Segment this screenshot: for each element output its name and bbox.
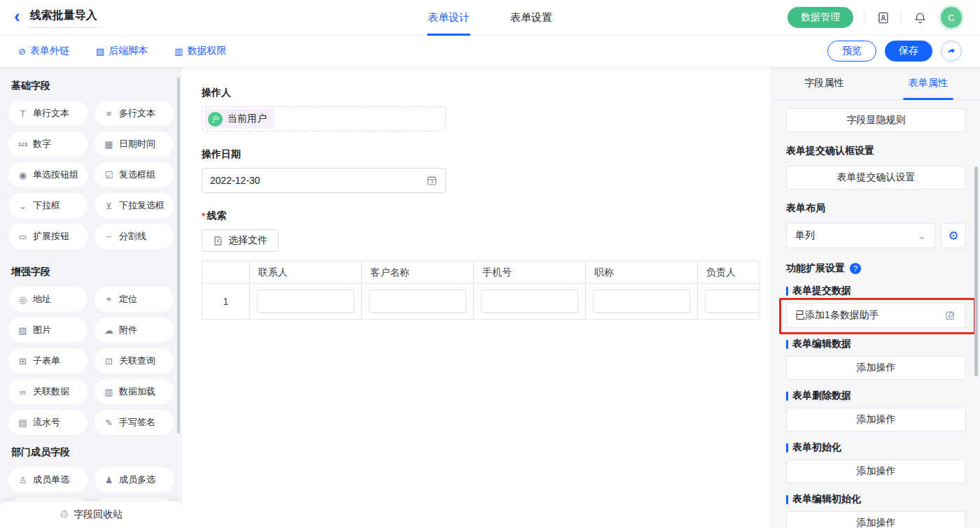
field-pill-related-data[interactable]: ∞关联数据: [8, 379, 88, 404]
select-file-button[interactable]: 选择文件: [202, 229, 279, 252]
pill-label: 下拉复选框: [119, 199, 164, 212]
panel-scrollbar[interactable]: [974, 166, 978, 376]
calendar-icon: [426, 175, 438, 186]
locate-icon: ⌖: [104, 294, 114, 305]
basic-fields-grid: T单行文本 ≡多行文本 123数字 ▦日期时间 ◉单选按钮组 ☑复选框组 ⌄下拉…: [8, 101, 174, 249]
properties-panel: 字段属性 表单属性 字段显隐规则 表单提交确认框设置 表单提交确认设置 表单布局…: [771, 67, 980, 528]
field-pill-dropdown-multi[interactable]: ⊻下拉复选框: [94, 193, 174, 218]
dropdown-icon: ⌄: [18, 201, 28, 211]
add-operation-button[interactable]: 添加操作: [786, 459, 966, 483]
sub-title: 表单删除数据: [792, 390, 851, 402]
data-permission-link[interactable]: ▥ 数据权限: [174, 45, 226, 57]
field-pill-member-multi[interactable]: ♟成员多选: [94, 467, 174, 492]
form-external-link[interactable]: ⊘ 表单外链: [18, 45, 69, 57]
panel-tabs: 字段属性 表单属性: [772, 67, 980, 100]
field-operator[interactable]: 操作人 户 当前用户: [202, 87, 771, 131]
backend-script-link[interactable]: ▨ 后端脚本: [96, 45, 148, 57]
field-pill-data-load[interactable]: ▥数据加载: [94, 379, 174, 404]
edit-icon[interactable]: [944, 309, 957, 322]
sub-title: 表单编辑数据: [792, 338, 851, 350]
related-query-icon: ⊡: [104, 356, 114, 366]
user-avatar[interactable]: C: [941, 7, 962, 28]
field-pill-location[interactable]: ⌖定位: [94, 287, 174, 312]
field-pill-extend-button[interactable]: ▭扩展按钮: [8, 224, 88, 249]
tab-field-properties[interactable]: 字段属性: [772, 67, 876, 99]
field-pill-divider-line[interactable]: ╌分割线: [94, 224, 174, 249]
field-pill-multi-text[interactable]: ≡多行文本: [94, 101, 174, 126]
add-operation-button[interactable]: 添加操作: [786, 356, 966, 380]
field-pill-image[interactable]: ▧图片: [8, 317, 88, 343]
app-window: ‹ 线索批量导入 表单设计 表单设置 数据管理: [0, 0, 980, 528]
field-pill-member-single[interactable]: ♙成员单选: [8, 467, 88, 492]
tab-form-settings[interactable]: 表单设置: [510, 0, 552, 36]
field-pill-address[interactable]: ◎地址: [8, 287, 88, 312]
blue-bar: [786, 392, 788, 401]
field-pill-single-text[interactable]: T单行文本: [8, 101, 88, 126]
main-tabs: 表单设计 表单设置: [428, 0, 552, 36]
owner-input[interactable]: [705, 290, 760, 313]
workspace: 基础字段 T单行文本 ≡多行文本 123数字 ▦日期时间 ◉单选按钮组 ☑复选框…: [0, 67, 980, 528]
back-icon[interactable]: ‹: [14, 7, 20, 25]
table-cell: [250, 284, 362, 319]
divider: [864, 11, 864, 24]
customer-input[interactable]: [369, 290, 466, 313]
pill-label: 多行文本: [119, 107, 155, 120]
tab-form-design[interactable]: 表单设计: [428, 0, 470, 36]
field-pill-checkbox-group[interactable]: ☑复选框组: [94, 162, 174, 187]
field-pill-subform[interactable]: ⊞子表单: [8, 348, 88, 373]
data-assistant-added-box[interactable]: 已添加1条数据助手: [786, 303, 966, 328]
title-input[interactable]: [593, 290, 690, 313]
layout-select[interactable]: 单列 ⌄: [786, 223, 935, 248]
current-user-tag[interactable]: 户 当前用户: [204, 109, 274, 129]
data-manage-button[interactable]: 数据管理: [788, 7, 853, 28]
field-pill-signature[interactable]: ✎手写签名: [94, 410, 174, 435]
operator-value-box[interactable]: 户 当前用户: [202, 106, 446, 131]
notification-bell-icon[interactable]: [912, 10, 927, 25]
add-operation-button[interactable]: 添加操作: [786, 511, 966, 528]
single-text-icon: T: [18, 108, 28, 119]
calendar-icon: ▦: [104, 139, 114, 150]
contact-book-icon[interactable]: [875, 10, 890, 25]
section-title-basic-fields: 基础字段: [11, 80, 174, 92]
field-visibility-rules-button[interactable]: 字段显隐规则: [786, 108, 966, 132]
sidebar-scrollbar[interactable]: [177, 77, 180, 434]
table-cell: [586, 284, 698, 319]
field-sidebar: 基础字段 T单行文本 ≡多行文本 123数字 ▦日期时间 ◉单选按钮组 ☑复选框…: [0, 67, 182, 528]
mobile-input[interactable]: [481, 290, 578, 313]
script-icon: ▨: [96, 46, 104, 57]
recycle-icon: ♲: [59, 508, 69, 521]
field-pill-related-query[interactable]: ⊡关联查询: [94, 348, 174, 373]
block-form-edit-data: 表单编辑数据 添加操作: [786, 338, 966, 380]
share-arrow-icon: [946, 46, 957, 57]
add-operation-button[interactable]: 添加操作: [786, 408, 966, 431]
pill-label: 关联数据: [33, 385, 69, 398]
field-operation-date[interactable]: 操作日期 2022-12-30: [202, 148, 771, 193]
pill-label: 复选框组: [119, 169, 155, 181]
pill-label: 成员单选: [33, 473, 69, 486]
layout-selected-value: 单列: [795, 229, 815, 242]
help-icon[interactable]: ?: [850, 263, 861, 274]
subform-icon: ⊞: [18, 356, 28, 366]
col-header-title: 职称: [586, 262, 698, 284]
layout-settings-button[interactable]: ⚙: [941, 223, 966, 248]
page-title[interactable]: 线索批量导入: [29, 7, 100, 28]
topbar-right: 数据管理 C: [788, 7, 980, 28]
field-recycle-bin[interactable]: ♲ 字段回收站: [0, 501, 182, 528]
field-pill-dropdown[interactable]: ⌄下拉框: [8, 193, 88, 218]
field-pill-radio-group[interactable]: ◉单选按钮组: [8, 162, 88, 187]
save-button[interactable]: 保存: [885, 41, 932, 62]
date-input[interactable]: 2022-12-30: [202, 168, 446, 193]
col-header-contact: 联系人: [250, 262, 362, 284]
radio-icon: ◉: [18, 170, 28, 180]
col-header-customer: 客户名称: [362, 262, 474, 284]
preview-button[interactable]: 预览: [827, 41, 876, 62]
contact-input[interactable]: [257, 290, 354, 313]
submit-confirm-settings-button[interactable]: 表单提交确认设置: [786, 166, 966, 190]
field-pill-datetime[interactable]: ▦日期时间: [94, 131, 174, 157]
field-leads[interactable]: * 线索 选择文件 联系人 客户名称 手机号 职称: [202, 210, 771, 320]
field-pill-serial-number[interactable]: ▤流水号: [8, 410, 88, 435]
tab-form-properties[interactable]: 表单属性: [876, 67, 980, 99]
field-pill-number[interactable]: 123数字: [8, 131, 88, 157]
share-button[interactable]: [941, 41, 962, 62]
field-pill-attachment[interactable]: ☁附件: [94, 317, 174, 343]
